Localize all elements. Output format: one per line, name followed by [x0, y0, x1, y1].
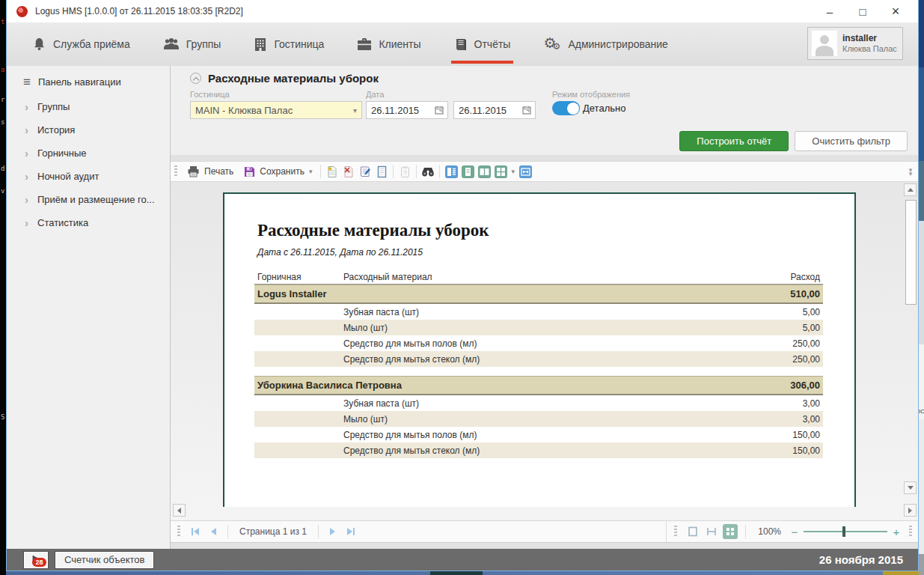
maximize-button[interactable]: □	[846, 1, 879, 22]
sidebar-item-label: Статистика	[37, 217, 88, 228]
table-row: Мыло (шт) 5,00	[254, 320, 823, 335]
fit-width-button[interactable]	[517, 162, 533, 180]
material-value: 250,00	[792, 338, 820, 349]
report-toolbar: Печать Сохранить ▾	[171, 161, 918, 182]
vertical-scrollbar-thumb[interactable]	[905, 200, 917, 305]
material-value: 3,00	[803, 414, 820, 425]
material-name: Средство для мытья полов (мл)	[343, 338, 792, 349]
material-value: 150,00	[792, 430, 820, 440]
date-from-input[interactable]	[367, 104, 431, 117]
sidebar-item-label: История	[37, 124, 75, 136]
tab-reception[interactable]: Служба приёма	[32, 22, 130, 66]
print-button[interactable]: Печать	[182, 162, 239, 180]
zoom-slider-handle[interactable]	[842, 526, 845, 537]
material-name: Мыло (шт)	[343, 323, 803, 333]
view-two-pages-button[interactable]	[476, 162, 492, 180]
close-button[interactable]: ×	[879, 1, 912, 22]
sidebar-item-groups[interactable]: › Группы	[7, 95, 170, 118]
tab-reports[interactable]: Отчёты	[454, 22, 511, 66]
build-report-button[interactable]: Построить отчёт	[679, 131, 789, 151]
whole-page-view-button[interactable]	[685, 524, 700, 539]
object-counter-button[interactable]: Счетчик объектов	[55, 551, 154, 569]
new-page-button[interactable]	[324, 162, 340, 180]
clear-filter-button[interactable]: Очистить фильтр	[795, 131, 908, 151]
date-from-field[interactable]	[366, 101, 448, 119]
save-button[interactable]: Сохранить ▾	[239, 162, 317, 180]
view-layout-button[interactable]	[443, 162, 459, 180]
svg-text:?: ?	[403, 169, 407, 176]
edit-page-button[interactable]	[357, 162, 373, 180]
minimize-button[interactable]: –	[813, 1, 846, 22]
zoom-level: 100%	[758, 526, 781, 537]
chevron-down-icon[interactable]: ▾	[511, 168, 515, 175]
status-bar: 28 Счетчик объектов 26 ноября 2015	[7, 549, 918, 571]
tab-clients[interactable]: Клиенты	[357, 22, 420, 66]
pager-grip[interactable]	[177, 526, 180, 538]
page-width-view-button[interactable]	[704, 524, 719, 539]
hotel-select-value: MAIN - Клюква Палас	[195, 105, 293, 116]
delete-page-button[interactable]	[340, 162, 357, 180]
group-total: 306,00	[790, 380, 820, 391]
material-name: Зубная паста (шт)	[343, 307, 803, 317]
sidebar-item-history[interactable]: › История	[7, 118, 170, 142]
calendar-icon[interactable]	[520, 103, 533, 117]
detail-mode-value: Детально	[583, 103, 625, 114]
tab-label: Клиенты	[379, 38, 420, 50]
filter-panel: Расходные материалы уборок Гостиница MAI…	[171, 66, 918, 155]
pager-grip[interactable]	[909, 526, 912, 538]
main-content: Расходные материалы уборок Гостиница MAI…	[171, 66, 918, 549]
toolbar-overflow-button[interactable]: ▾ ▾	[905, 165, 916, 180]
avatar	[812, 31, 837, 56]
maid-name: Logus Installer	[257, 288, 790, 299]
collapse-filter-icon[interactable]	[190, 73, 201, 84]
two-page-view-icon	[478, 165, 491, 178]
multiple-pages-view-button[interactable]	[723, 524, 738, 539]
zoom-in-button[interactable]: +	[891, 526, 902, 538]
printer-icon	[187, 165, 200, 177]
tab-hotel[interactable]: Гостиница	[254, 22, 324, 66]
next-page-button[interactable]	[325, 524, 340, 539]
sidebar-item-label: Группы	[37, 101, 70, 112]
first-page-button[interactable]	[188, 524, 203, 539]
page-setup-button[interactable]	[373, 162, 390, 180]
chevron-right-icon: ›	[25, 127, 28, 134]
view-single-page-button[interactable]	[459, 162, 476, 180]
sidebar-item-maids[interactable]: › Горничные	[7, 142, 170, 165]
table-row: Зубная паста (шт) 5,00	[254, 304, 823, 320]
hamburger-icon: ≡	[23, 79, 31, 86]
scroll-down-button[interactable]	[904, 481, 917, 494]
table-row: Зубная паста (шт) 3,00	[254, 395, 823, 411]
display-mode-label: Режим отображения	[552, 90, 630, 99]
table-row: Мыло (шт) 3,00	[254, 411, 823, 427]
tab-administration[interactable]: ⚙ ⚙ Администрирование	[543, 22, 668, 66]
multi-page-view-icon	[495, 165, 507, 178]
sidebar-header[interactable]: ≡ Панель навигации	[7, 66, 170, 95]
zoom-slider[interactable]	[804, 526, 887, 538]
sidebar-item-night-audit[interactable]: › Ночной аудит	[7, 165, 170, 188]
sidebar-item-reception[interactable]: › Приём и размещение го...	[7, 188, 170, 211]
calendar-icon[interactable]	[432, 103, 446, 117]
scroll-left-button[interactable]	[173, 504, 186, 517]
detail-mode-toggle[interactable]	[552, 101, 580, 115]
scroll-right-button[interactable]	[904, 504, 917, 517]
view-multi-pages-button[interactable]	[492, 162, 509, 180]
table-row: Средство для мытья стекол (мл) 250,00	[254, 351, 823, 367]
user-card[interactable]: installer Клюква Палас	[807, 27, 903, 60]
tab-groups[interactable]: Группы	[163, 22, 221, 66]
sidebar-item-statistics[interactable]: › Статистика	[7, 211, 170, 234]
scroll-up-button[interactable]	[904, 183, 917, 196]
material-name: Средство для мытья полов (мл)	[343, 430, 792, 440]
tab-label: Администрирование	[568, 38, 668, 50]
zoom-out-button[interactable]: −	[789, 526, 800, 538]
last-page-button[interactable]	[343, 524, 358, 539]
toolbar-grip[interactable]	[174, 165, 177, 177]
hotel-select[interactable]: MAIN - Клюква Палас ▾	[190, 101, 362, 119]
material-name: Средство для мытья стекол (мл)	[343, 354, 792, 365]
tab-label: Служба приёма	[53, 38, 130, 50]
pager-grip[interactable]	[674, 526, 677, 538]
notifications-button[interactable]: 28	[23, 551, 49, 569]
search-icon[interactable]	[420, 162, 436, 180]
previous-page-button[interactable]	[206, 524, 221, 539]
date-to-field[interactable]	[453, 101, 536, 119]
date-to-input[interactable]	[454, 104, 518, 117]
